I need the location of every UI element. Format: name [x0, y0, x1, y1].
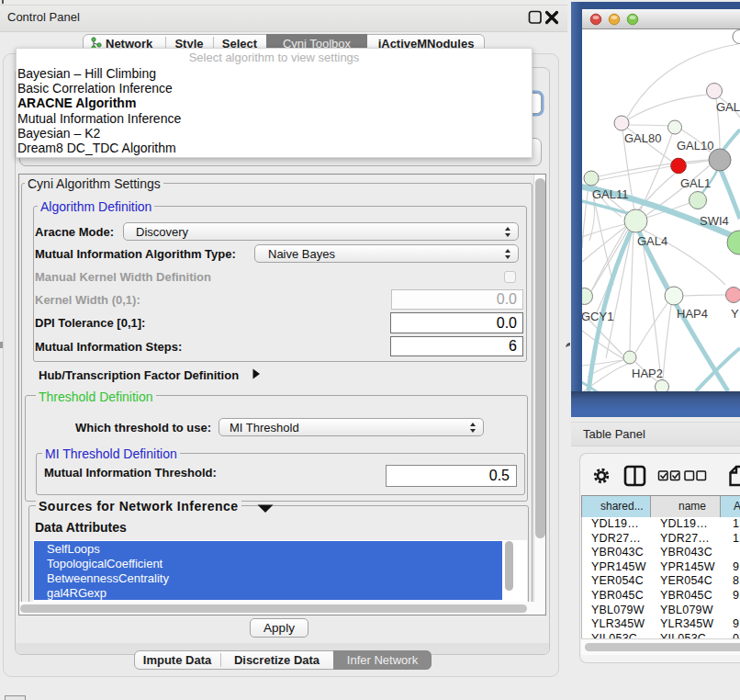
svg-text:GCY1: GCY1 [582, 310, 613, 323]
svg-text:GAL4: GAL4 [637, 234, 667, 248]
svg-text:SWI4: SWI4 [700, 214, 729, 228]
svg-text:HAP4: HAP4 [677, 307, 708, 321]
svg-text:HAP2: HAP2 [632, 367, 663, 380]
svg-text:GAL10: GAL10 [677, 139, 713, 152]
svg-text:Y: Y [731, 307, 739, 321]
svg-text:GAL80: GAL80 [624, 131, 661, 145]
svg-text:GAL1: GAL1 [680, 176, 711, 190]
svg-text:GAL: GAL [716, 100, 740, 114]
svg-text:GAL11: GAL11 [592, 187, 629, 201]
